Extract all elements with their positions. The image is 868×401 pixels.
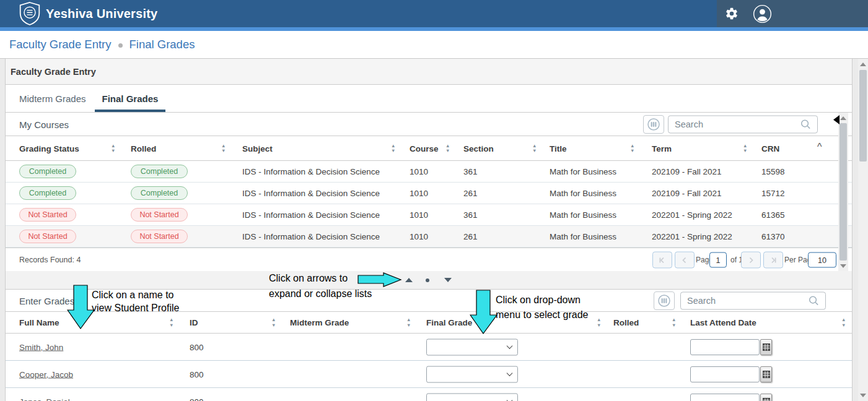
- student-name-link[interactable]: Cooper, Jacob: [19, 369, 73, 379]
- per-page-input[interactable]: [808, 252, 836, 268]
- col-midterm-grade: Midterm Grade: [290, 318, 349, 327]
- subject-cell: IDS - Information & Decision Science: [242, 232, 380, 241]
- col-full-name: Full Name: [19, 318, 59, 327]
- sort-icon[interactable]: [391, 144, 395, 153]
- prev-page-icon: [681, 256, 688, 264]
- breadcrumb-separator: [118, 43, 123, 48]
- last-attend-date-input[interactable]: [690, 394, 760, 401]
- final-grade-select-wrap: [426, 366, 518, 382]
- expand-up-icon[interactable]: [405, 278, 413, 282]
- section-cell: 361: [463, 210, 478, 220]
- sort-icon[interactable]: [111, 144, 115, 153]
- last-page-button[interactable]: [763, 252, 783, 269]
- student-id-cell: 800: [190, 369, 204, 379]
- grading-status-badge: Not Started: [19, 230, 76, 243]
- last-page-icon: [769, 256, 777, 264]
- course-row[interactable]: Not Started Not Started IDS - Informatio…: [6, 204, 852, 226]
- grades-rows: Smith, John 800 Cooper, Jacob 800: [6, 334, 852, 401]
- col-id: ID: [190, 318, 198, 327]
- grades-search-input[interactable]: [681, 292, 808, 309]
- breadcrumb-faculty-grade-entry[interactable]: Faculty Grade Entry: [9, 38, 112, 51]
- grades-search: [680, 291, 826, 309]
- last-attend-date-input[interactable]: [690, 366, 760, 382]
- profile-button[interactable]: [751, 0, 773, 27]
- calendar-button[interactable]: [760, 394, 772, 401]
- student-row: Jones, Daniel 800: [6, 388, 852, 401]
- sort-icon[interactable]: [743, 144, 747, 153]
- crn-cell: 61370: [761, 232, 785, 241]
- settings-button[interactable]: [722, 0, 741, 27]
- courses-search-input[interactable]: [669, 116, 800, 132]
- course-cell: 1010: [410, 167, 428, 176]
- course-row[interactable]: Completed Completed IDS - Information & …: [6, 161, 852, 183]
- last-attend-date-wrap: [690, 394, 772, 401]
- title-cell: Math for Business: [550, 167, 616, 176]
- calendar-button[interactable]: [760, 339, 772, 355]
- tab-midterm-grades[interactable]: Midterm Grades: [19, 85, 86, 112]
- scroll-down-arrow[interactable]: [860, 394, 866, 397]
- section-cell: 361: [463, 167, 478, 176]
- mouse-cursor: [833, 115, 840, 124]
- student-name-link[interactable]: Jones, Daniel: [19, 397, 70, 401]
- rolled-status-badge: Completed: [131, 186, 188, 200]
- term-cell: 202109 - Fall 2021: [652, 167, 722, 176]
- university-shield-logo: [19, 2, 41, 25]
- col-last-attend-date: Last Attend Date: [690, 318, 756, 327]
- scroll-up-arrow[interactable]: [860, 63, 866, 66]
- term-cell: 202201 - Spring 2022: [652, 232, 732, 241]
- rolled-status-badge: Not Started: [131, 230, 188, 243]
- prev-page-button[interactable]: [675, 252, 695, 269]
- sort-icon[interactable]: [597, 317, 601, 327]
- scrollbar-thumb[interactable]: [859, 70, 867, 162]
- scrollbar-thumb[interactable]: [840, 123, 847, 261]
- tab-final-grades[interactable]: Final Grades: [102, 85, 159, 112]
- sort-icon[interactable]: [672, 317, 676, 327]
- calendar-button[interactable]: [760, 366, 772, 382]
- courses-table-header: Grading Status Rolled Subject Course Sec…: [6, 136, 852, 161]
- final-grade-select[interactable]: [426, 366, 518, 382]
- tabs: Midterm Grades Final Grades: [6, 85, 852, 113]
- scroll-up-arrow[interactable]: [840, 116, 846, 120]
- courses-rows: Completed Completed IDS - Information & …: [6, 161, 852, 248]
- sort-icon[interactable]: [406, 317, 411, 327]
- splitter-handle[interactable]: [426, 278, 429, 282]
- final-grade-select[interactable]: [426, 393, 518, 401]
- sort-icon[interactable]: [169, 317, 173, 327]
- courses-section-title: My Courses: [19, 119, 69, 129]
- sort-icon[interactable]: [221, 144, 226, 153]
- final-grade-select[interactable]: [426, 338, 518, 355]
- sort-icon[interactable]: [841, 317, 846, 327]
- rolled-status-badge: Not Started: [131, 208, 188, 222]
- student-id-cell: 800: [190, 342, 204, 351]
- annotation-dropdown: Click on drop-down menu to select grade: [496, 293, 588, 322]
- grading-status-badge: Not Started: [19, 208, 76, 222]
- student-name-link[interactable]: Smith, John: [19, 342, 63, 351]
- student-row: Cooper, Jacob 800: [6, 361, 852, 388]
- next-page-button[interactable]: [741, 252, 761, 269]
- last-attend-date-input[interactable]: [690, 339, 760, 355]
- courses-table-footer: Records Found: 4 Page of 1: [6, 248, 852, 272]
- scroll-down-arrow[interactable]: [840, 264, 846, 268]
- student-row: Smith, John 800: [6, 334, 852, 361]
- annotation-student-profile: Click on a name to view Student Profile: [92, 288, 179, 314]
- sort-icon[interactable]: [271, 317, 276, 327]
- course-row[interactable]: Completed Completed IDS - Information & …: [6, 183, 852, 204]
- column-settings-button[interactable]: [654, 291, 675, 310]
- crn-cell: 15598: [761, 167, 785, 176]
- first-page-button[interactable]: [652, 252, 672, 269]
- column-settings-button[interactable]: [643, 115, 664, 134]
- sort-icon[interactable]: [445, 144, 450, 153]
- top-bar: Yeshiva University: [0, 0, 868, 27]
- courses-scrollbar: [838, 113, 848, 272]
- column-settings-icon: [657, 293, 672, 308]
- sort-icon[interactable]: [630, 144, 634, 153]
- calendar-icon: [763, 398, 770, 401]
- course-row[interactable]: Not Started Not Started IDS - Informatio…: [6, 226, 852, 248]
- page-number-input[interactable]: [709, 252, 727, 268]
- collapse-down-icon[interactable]: [444, 278, 452, 282]
- sort-icon[interactable]: [532, 144, 537, 153]
- caret-up-icon[interactable]: [817, 142, 822, 153]
- courses-toolbar: My Courses: [6, 113, 852, 136]
- term-cell: 202109 - Fall 2021: [652, 189, 722, 198]
- final-grade-select-wrap: [426, 393, 518, 401]
